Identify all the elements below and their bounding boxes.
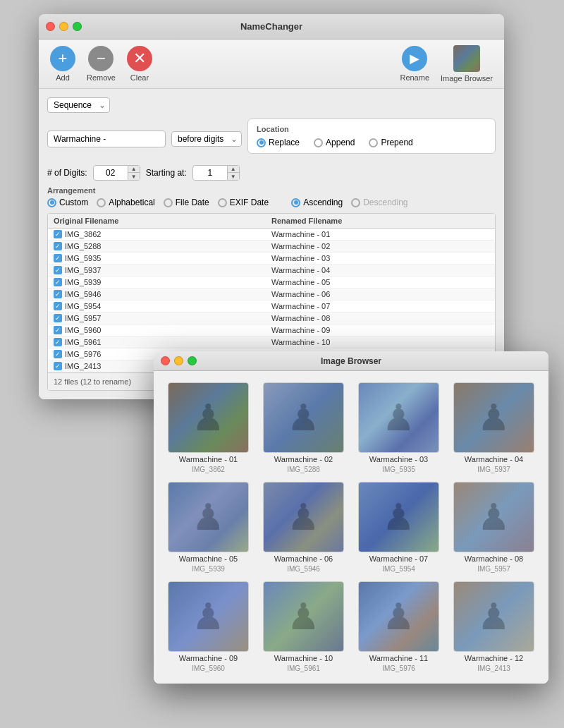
location-title: Location [257, 125, 486, 133]
image-browser-thumb-preview [453, 45, 480, 72]
arrangement-custom[interactable]: Custom [47, 198, 88, 207]
file-row[interactable]: IMG_5957 Warmachine - 08 [48, 313, 495, 324]
exif-date-radio[interactable] [218, 198, 227, 207]
location-append-option[interactable]: Append [314, 138, 355, 147]
file-original-cell: IMG_5288 [54, 242, 271, 250]
starting-at-decrement[interactable]: ▼ [228, 173, 239, 180]
name-prefix-input[interactable] [47, 131, 166, 147]
minimize-button[interactable] [59, 22, 68, 31]
image-item[interactable]: ♟ Warmachine - 08 IMG_5957 [450, 482, 537, 573]
original-filename: IMG_5946 [65, 290, 101, 298]
file-row[interactable]: IMG_5954 Warmachine - 07 [48, 301, 495, 313]
image-item[interactable]: ♟ Warmachine - 12 IMG_2413 [450, 581, 537, 672]
maximize-button[interactable] [73, 22, 82, 31]
remove-button[interactable]: − Remove [87, 46, 116, 82]
image-thumbnail: ♟ [453, 581, 534, 652]
location-prepend-option[interactable]: Prepend [369, 138, 412, 147]
mini-figure: ♟ [264, 483, 343, 552]
arrangement-alphabetical[interactable]: Alphabetical [97, 198, 154, 207]
file-checkbox[interactable] [54, 338, 62, 346]
file-checkbox[interactable] [54, 266, 62, 274]
arrangement-ascending[interactable]: Ascending [291, 198, 343, 207]
file-row[interactable]: IMG_5935 Warmachine - 03 [48, 253, 495, 265]
file-row[interactable]: IMG_3862 Warmachine - 01 [48, 229, 495, 241]
starting-at-increment[interactable]: ▲ [228, 166, 239, 173]
file-row[interactable]: IMG_5939 Warmachine - 05 [48, 277, 495, 289]
image-thumbnail: ♟ [358, 482, 439, 552]
image-item[interactable]: ♟ Warmachine - 03 IMG_5935 [355, 382, 442, 473]
position-select-wrapper: before digits after digits [171, 131, 242, 147]
file-checkbox[interactable] [54, 326, 62, 334]
mini-figure: ♟ [168, 483, 248, 552]
arrangement-descending[interactable]: Descending [351, 198, 407, 207]
image-sublabel: IMG_2413 [477, 665, 510, 672]
file-checkbox[interactable] [54, 230, 62, 238]
image-item[interactable]: ♟ Warmachine - 02 IMG_5288 [260, 382, 347, 473]
image-label: Warmachine - 07 [369, 554, 428, 563]
file-row[interactable]: IMG_5288 Warmachine - 02 [48, 241, 495, 253]
prepend-radio[interactable] [369, 138, 378, 147]
location-replace-option[interactable]: Replace [257, 138, 300, 147]
append-radio[interactable] [314, 138, 323, 147]
image-browser-close-button[interactable] [161, 356, 170, 365]
image-item[interactable]: ♟ Warmachine - 11 IMG_5976 [355, 581, 442, 672]
image-label: Warmachine - 04 [465, 455, 523, 463]
original-filename: IMG_5961 [65, 338, 101, 346]
image-item[interactable]: ♟ Warmachine - 10 IMG_5961 [260, 581, 347, 672]
arrangement-file-date[interactable]: File Date [164, 198, 209, 207]
replace-radio[interactable] [257, 138, 266, 147]
image-item[interactable]: ♟ Warmachine - 09 IMG_5960 [165, 581, 252, 672]
file-checkbox[interactable] [54, 350, 62, 358]
file-checkbox[interactable] [54, 290, 62, 298]
file-original-cell: IMG_5954 [54, 302, 271, 310]
original-filename: IMG_5939 [65, 278, 101, 286]
image-item[interactable]: ♟ Warmachine - 04 IMG_5937 [450, 382, 537, 473]
ascending-label: Ascending [303, 198, 343, 207]
image-browser-button[interactable]: Image Browser [441, 45, 493, 83]
file-checkbox[interactable] [54, 278, 62, 286]
renamed-filename: Warmachine - 10 [271, 338, 330, 346]
image-item[interactable]: ♟ Warmachine - 01 IMG_3862 [165, 382, 252, 473]
rename-button[interactable]: ▶ Rename [400, 46, 429, 82]
descending-radio[interactable] [351, 198, 360, 207]
image-browser-minimize-button[interactable] [174, 356, 183, 365]
image-thumbnail: ♟ [168, 382, 249, 453]
custom-radio[interactable] [47, 198, 56, 207]
file-date-radio[interactable] [164, 198, 173, 207]
file-renamed-cell: Warmachine - 03 [271, 254, 489, 262]
image-sublabel: IMG_5961 [287, 665, 320, 672]
file-checkbox[interactable] [54, 302, 62, 310]
arrangement-title: Arrangement [47, 186, 496, 195]
mini-silhouette-icon: ♟ [192, 595, 225, 638]
file-checkbox[interactable] [54, 242, 62, 250]
position-select[interactable]: before digits after digits [171, 131, 242, 147]
image-sublabel: IMG_5939 [192, 565, 225, 573]
file-row[interactable]: IMG_5946 Warmachine - 06 [48, 289, 495, 301]
file-row[interactable]: IMG_5961 Warmachine - 10 [48, 336, 495, 348]
image-thumbnail: ♟ [263, 581, 344, 652]
file-checkbox[interactable] [54, 254, 62, 262]
file-checkbox[interactable] [54, 362, 62, 370]
digits-input[interactable] [93, 165, 128, 181]
rename-label: Rename [400, 73, 429, 82]
image-item[interactable]: ♟ Warmachine - 05 IMG_5939 [165, 482, 252, 573]
ascending-radio[interactable] [291, 198, 300, 207]
file-row[interactable]: IMG_5960 Warmachine - 09 [48, 324, 495, 336]
image-item[interactable]: ♟ Warmachine - 07 IMG_5954 [355, 482, 442, 573]
starting-at-input[interactable] [192, 165, 228, 181]
sequence-select[interactable]: Sequence Date Counter [47, 97, 110, 113]
toolbar-left: + Add − Remove ✕ Clear [50, 46, 152, 82]
image-item[interactable]: ♟ Warmachine - 06 IMG_5946 [260, 482, 347, 573]
file-original-cell: IMG_5937 [54, 266, 271, 274]
digits-increment[interactable]: ▲ [128, 166, 140, 173]
arrangement-exif-date[interactable]: EXIF Date [218, 198, 269, 207]
clear-button[interactable]: ✕ Clear [127, 46, 152, 82]
mini-figure: ♟ [168, 582, 248, 651]
close-button[interactable] [46, 22, 55, 31]
image-browser-maximize-button[interactable] [188, 356, 197, 365]
file-row[interactable]: IMG_5937 Warmachine - 04 [48, 265, 495, 277]
digits-decrement[interactable]: ▼ [128, 173, 140, 180]
file-checkbox[interactable] [54, 314, 62, 322]
alphabetical-radio[interactable] [97, 198, 106, 207]
add-button[interactable]: + Add [50, 46, 75, 82]
